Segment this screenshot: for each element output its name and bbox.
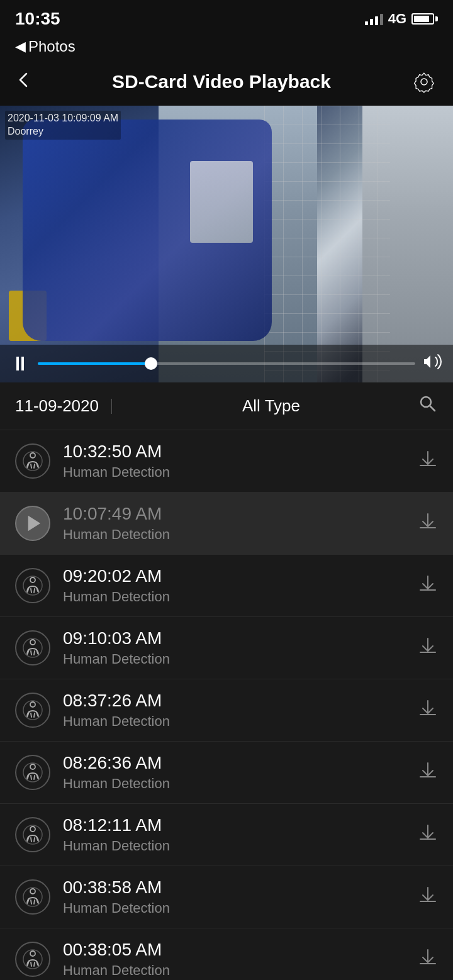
page-header: SD-Card Video Playback (0, 62, 453, 106)
progress-thumb[interactable] (145, 357, 157, 370)
recording-type: Human Detection (63, 589, 405, 605)
network-type: 4G (388, 11, 406, 27)
recording-time: 09:20:02 AM (63, 566, 405, 586)
svg-point-13 (30, 827, 35, 832)
back-arrow-icon: ◀ (15, 38, 26, 55)
status-icons: 4G (365, 11, 438, 27)
svg-point-17 (30, 951, 35, 956)
svg-point-11 (30, 764, 35, 769)
search-button[interactable] (418, 394, 438, 418)
recording-type: Human Detection (63, 900, 405, 916)
recording-info: 08:37:26 AM Human Detection (63, 691, 405, 730)
human-detection-icon (15, 693, 50, 728)
recording-item[interactable]: 00:38:58 AM Human Detection (0, 866, 453, 928)
svg-point-1 (421, 79, 427, 85)
recording-time: 10:07:49 AM (63, 504, 405, 524)
recording-type: Human Detection (63, 962, 405, 979)
recording-type: Human Detection (63, 464, 405, 481)
recording-item[interactable]: 08:12:11 AM Human Detection (0, 804, 453, 866)
human-detection-icon (15, 942, 50, 977)
video-frame (0, 106, 453, 382)
recording-info: 00:38:58 AM Human Detection (63, 877, 405, 916)
svg-point-12 (23, 763, 42, 782)
recording-item[interactable]: 08:26:36 AM Human Detection (0, 742, 453, 804)
download-button[interactable] (418, 760, 438, 785)
page-title: SD-Card Video Playback (112, 71, 331, 92)
download-button[interactable] (418, 449, 438, 474)
download-button[interactable] (418, 698, 438, 723)
human-detection-icon (15, 443, 50, 479)
recording-info: 08:26:36 AM Human Detection (63, 753, 405, 792)
video-grid (264, 106, 390, 382)
header-back-button[interactable] (15, 70, 33, 94)
human-detection-icon (15, 568, 50, 603)
download-button[interactable] (418, 947, 438, 972)
video-player[interactable]: 2020-11-03 10:09:09 AM Doorrey ⏸ (0, 106, 453, 382)
human-detection-icon (15, 630, 50, 665)
recording-list: 10:32:50 AM Human Detection 10:07:49 AM … (0, 430, 453, 980)
human-detection-icon (15, 755, 50, 790)
signal-icon (365, 13, 383, 25)
back-label: Photos (28, 38, 76, 55)
recording-info: 10:32:50 AM Human Detection (63, 442, 405, 481)
svg-point-14 (23, 825, 42, 844)
pause-button[interactable]: ⏸ (10, 352, 30, 376)
recording-item[interactable]: 08:37:26 AM Human Detection (0, 679, 453, 742)
recording-item[interactable]: 09:20:02 AM Human Detection (0, 555, 453, 617)
recording-item[interactable]: 10:32:50 AM Human Detection (0, 430, 453, 493)
back-nav: ◀ Photos (0, 34, 453, 62)
recording-item[interactable]: 10:07:49 AM Human Detection (0, 493, 453, 555)
svg-point-3 (30, 453, 35, 458)
recording-time: 00:38:05 AM (63, 940, 405, 960)
video-controls-bar: ⏸ (0, 345, 453, 382)
type-filter[interactable]: All Type (125, 396, 418, 416)
human-detection-icon (15, 879, 50, 915)
recording-time: 08:12:11 AM (63, 815, 405, 835)
svg-point-6 (23, 576, 42, 595)
download-button[interactable] (418, 574, 438, 598)
svg-point-4 (23, 452, 42, 471)
recording-info: 09:10:03 AM Human Detection (63, 628, 405, 667)
progress-bar[interactable] (38, 362, 415, 365)
svg-point-8 (23, 638, 42, 657)
photos-back-button[interactable]: ◀ Photos (15, 38, 438, 55)
svg-point-7 (30, 640, 35, 645)
download-button[interactable] (418, 511, 438, 536)
recording-time: 08:37:26 AM (63, 691, 405, 711)
recording-info: 00:38:05 AM Human Detection (63, 940, 405, 979)
svg-point-10 (23, 701, 42, 720)
svg-point-18 (23, 950, 42, 969)
play-icon (15, 506, 50, 541)
download-button[interactable] (418, 885, 438, 910)
status-time: 10:35 (15, 9, 60, 29)
recording-time: 09:10:03 AM (63, 628, 405, 649)
filter-divider (111, 399, 112, 414)
recording-type: Human Detection (63, 526, 405, 543)
volume-button[interactable] (423, 352, 443, 376)
recording-item[interactable]: 00:38:05 AM Human Detection (0, 928, 453, 980)
recording-info: 08:12:11 AM Human Detection (63, 815, 405, 854)
settings-button[interactable] (410, 68, 438, 96)
human-detection-icon (15, 817, 50, 852)
svg-marker-0 (415, 73, 434, 92)
download-button[interactable] (418, 636, 438, 660)
recording-type: Human Detection (63, 838, 405, 854)
recording-time: 10:32:50 AM (63, 442, 405, 462)
download-button[interactable] (418, 823, 438, 847)
recording-info: 09:20:02 AM Human Detection (63, 566, 405, 605)
date-filter[interactable]: 11-09-2020 (15, 396, 99, 416)
recording-type: Human Detection (63, 776, 405, 792)
recording-time: 08:26:36 AM (63, 753, 405, 773)
recording-time: 00:38:58 AM (63, 877, 405, 898)
filter-bar: 11-09-2020 All Type (0, 382, 453, 430)
recording-type: Human Detection (63, 651, 405, 667)
gear-icon (413, 70, 435, 93)
recording-item[interactable]: 09:10:03 AM Human Detection (0, 617, 453, 679)
svg-point-9 (30, 702, 35, 707)
battery-icon (411, 13, 438, 25)
progress-fill (38, 362, 151, 365)
svg-point-16 (23, 888, 42, 906)
recording-type: Human Detection (63, 713, 405, 730)
recording-info: 10:07:49 AM Human Detection (63, 504, 405, 543)
status-bar: 10:35 4G (0, 0, 453, 34)
